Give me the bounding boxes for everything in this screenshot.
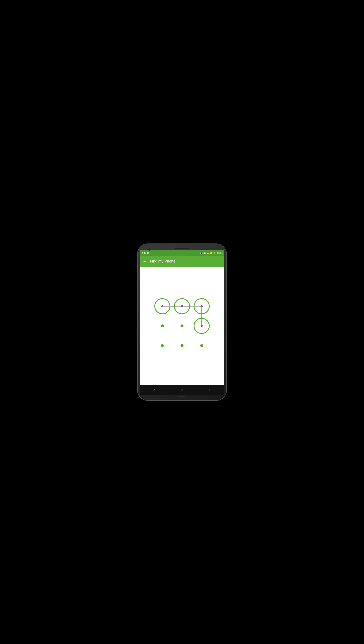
speaker (174, 248, 190, 249)
vibrate-icon: 📳 (200, 252, 203, 254)
nav-home-button[interactable]: ○ (177, 386, 188, 394)
svg-point-15 (200, 344, 203, 347)
nav-back-button[interactable]: ◁ (148, 386, 160, 394)
back-button[interactable]: ← (143, 259, 147, 264)
alarm-icon: ⏰ (204, 252, 206, 254)
svg-point-10 (180, 324, 184, 328)
battery-icon: 🔋 (213, 252, 216, 254)
phone-top-bar (140, 246, 224, 250)
status-bar: ℕ ℕ 🖼 📳 ⏰ ▲ 📶 🔋 13:34 (140, 250, 224, 256)
notification-icon-1: ℕ (142, 252, 143, 254)
pattern-svg (152, 296, 212, 356)
image-icon: 🖼 (147, 252, 150, 254)
pattern-lock[interactable] (152, 296, 212, 356)
camera (148, 248, 151, 251)
nav-bar: ◁ ○ □ (140, 385, 224, 395)
phone-frame: ℕ ℕ 🖼 📳 ⏰ ▲ 📶 🔋 13:34 ← Find my Phone (138, 244, 226, 400)
status-time: 13:34 (217, 252, 222, 254)
notification-icon-2: ℕ (144, 252, 146, 254)
app-bar: ← Find my Phone (140, 256, 224, 267)
status-left-icons: ℕ ℕ 🖼 (142, 252, 150, 254)
signal-icon: 📶 (210, 252, 212, 254)
status-right-icons: 📳 ⏰ ▲ 📶 🔋 13:34 (200, 252, 222, 254)
phone-screen: ℕ ℕ 🖼 📳 ⏰ ▲ 📶 🔋 13:34 ← Find my Phone (140, 250, 224, 395)
svg-point-4 (161, 305, 164, 307)
nav-recents-button[interactable]: □ (205, 386, 216, 394)
svg-point-9 (161, 324, 164, 328)
svg-point-12 (200, 325, 203, 327)
screen-content (140, 267, 224, 385)
svg-point-14 (180, 344, 184, 347)
svg-point-6 (181, 305, 183, 307)
home-indicator (179, 396, 185, 398)
app-title: Find my Phone (150, 259, 176, 264)
svg-point-8 (200, 305, 203, 307)
svg-point-13 (161, 344, 164, 347)
phone-bottom (179, 395, 185, 398)
wifi-icon: ▲ (207, 252, 209, 254)
